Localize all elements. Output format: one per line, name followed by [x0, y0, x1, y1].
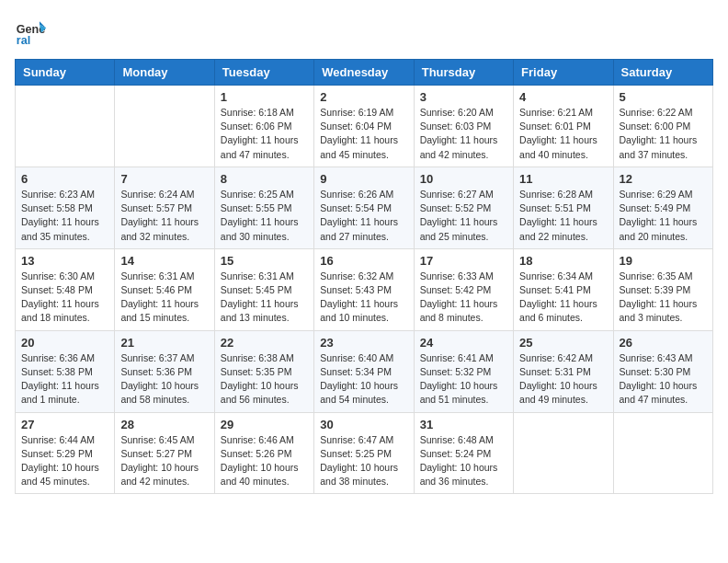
weekday-header-wednesday: Wednesday: [314, 60, 414, 86]
day-info: Sunrise: 6:36 AM Sunset: 5:38 PM Dayligh…: [21, 351, 108, 408]
day-info: Sunrise: 6:25 AM Sunset: 5:55 PM Dayligh…: [221, 188, 308, 244]
day-info: Sunrise: 6:31 AM Sunset: 5:45 PM Dayligh…: [221, 270, 308, 326]
day-number: 18: [519, 254, 607, 268]
day-number: 12: [620, 172, 707, 186]
day-number: 14: [120, 254, 208, 268]
day-number: 6: [21, 172, 108, 186]
day-number: 30: [320, 418, 407, 431]
calendar-cell: 3Sunrise: 6:20 AM Sunset: 6:03 PM Daylig…: [414, 86, 513, 167]
page-header: Gene ral: [15, 15, 713, 48]
day-number: 16: [320, 254, 407, 268]
day-number: 29: [221, 418, 308, 431]
calendar-cell: 5Sunrise: 6:22 AM Sunset: 6:00 PM Daylig…: [613, 86, 712, 167]
calendar-cell: 28Sunrise: 6:45 AM Sunset: 5:27 PM Dayli…: [115, 412, 214, 494]
logo-icon: Gene ral: [15, 15, 48, 48]
calendar-cell: 18Sunrise: 6:34 AM Sunset: 5:41 PM Dayli…: [514, 248, 613, 330]
day-number: 27: [21, 418, 108, 431]
calendar-cell: 20Sunrise: 6:36 AM Sunset: 5:38 PM Dayli…: [16, 330, 115, 412]
calendar-cell: 16Sunrise: 6:32 AM Sunset: 5:43 PM Dayli…: [314, 248, 414, 330]
weekday-header-saturday: Saturday: [613, 60, 712, 86]
weekday-header-sunday: Sunday: [16, 60, 115, 86]
calendar-cell: 13Sunrise: 6:30 AM Sunset: 5:48 PM Dayli…: [16, 248, 115, 330]
calendar-cell: 9Sunrise: 6:26 AM Sunset: 5:54 PM Daylig…: [314, 167, 414, 248]
day-number: 21: [120, 336, 208, 350]
calendar-cell: 15Sunrise: 6:31 AM Sunset: 5:45 PM Dayli…: [214, 248, 313, 330]
day-info: Sunrise: 6:46 AM Sunset: 5:26 PM Dayligh…: [221, 433, 308, 489]
day-info: Sunrise: 6:29 AM Sunset: 5:49 PM Dayligh…: [620, 188, 707, 244]
calendar-cell: 1Sunrise: 6:18 AM Sunset: 6:06 PM Daylig…: [214, 86, 313, 167]
calendar-cell: 4Sunrise: 6:21 AM Sunset: 6:01 PM Daylig…: [514, 86, 613, 167]
day-info: Sunrise: 6:18 AM Sunset: 6:06 PM Dayligh…: [221, 106, 308, 162]
calendar-cell: 21Sunrise: 6:37 AM Sunset: 5:36 PM Dayli…: [115, 330, 214, 412]
day-number: 13: [21, 254, 108, 268]
day-number: 8: [221, 172, 308, 186]
calendar-cell: [115, 86, 214, 167]
day-info: Sunrise: 6:33 AM Sunset: 5:42 PM Dayligh…: [420, 270, 507, 326]
day-info: Sunrise: 6:45 AM Sunset: 5:27 PM Dayligh…: [120, 433, 208, 489]
calendar-cell: [514, 412, 613, 494]
day-info: Sunrise: 6:20 AM Sunset: 6:03 PM Dayligh…: [420, 106, 507, 162]
day-info: Sunrise: 6:30 AM Sunset: 5:48 PM Dayligh…: [21, 270, 108, 326]
calendar-cell: 26Sunrise: 6:43 AM Sunset: 5:30 PM Dayli…: [613, 330, 712, 412]
day-number: 26: [620, 336, 707, 350]
day-number: 3: [420, 90, 507, 104]
weekday-header-friday: Friday: [514, 60, 613, 86]
day-number: 19: [620, 254, 707, 268]
day-number: 1: [221, 90, 308, 104]
calendar-cell: 14Sunrise: 6:31 AM Sunset: 5:46 PM Dayli…: [115, 248, 214, 330]
calendar-cell: 29Sunrise: 6:46 AM Sunset: 5:26 PM Dayli…: [214, 412, 313, 494]
day-info: Sunrise: 6:42 AM Sunset: 5:31 PM Dayligh…: [519, 351, 607, 408]
calendar-cell: 8Sunrise: 6:25 AM Sunset: 5:55 PM Daylig…: [214, 167, 313, 248]
day-info: Sunrise: 6:40 AM Sunset: 5:34 PM Dayligh…: [320, 351, 407, 408]
calendar-cell: 19Sunrise: 6:35 AM Sunset: 5:39 PM Dayli…: [613, 248, 712, 330]
day-number: 9: [320, 172, 407, 186]
calendar-cell: 31Sunrise: 6:48 AM Sunset: 5:24 PM Dayli…: [414, 412, 513, 494]
day-info: Sunrise: 6:37 AM Sunset: 5:36 PM Dayligh…: [120, 351, 208, 408]
day-number: 11: [519, 172, 607, 186]
calendar-table: SundayMondayTuesdayWednesdayThursdayFrid…: [15, 59, 713, 494]
day-number: 25: [519, 336, 607, 350]
day-info: Sunrise: 6:27 AM Sunset: 5:52 PM Dayligh…: [420, 188, 507, 244]
day-number: 22: [221, 336, 308, 350]
day-info: Sunrise: 6:43 AM Sunset: 5:30 PM Dayligh…: [620, 351, 707, 408]
day-info: Sunrise: 6:21 AM Sunset: 6:01 PM Dayligh…: [519, 106, 607, 162]
day-number: 7: [120, 172, 208, 186]
day-number: 24: [420, 336, 507, 350]
day-info: Sunrise: 6:47 AM Sunset: 5:25 PM Dayligh…: [320, 433, 407, 489]
calendar-cell: [16, 86, 115, 167]
day-info: Sunrise: 6:32 AM Sunset: 5:43 PM Dayligh…: [320, 270, 407, 326]
calendar-cell: [613, 412, 712, 494]
day-info: Sunrise: 6:34 AM Sunset: 5:41 PM Dayligh…: [519, 270, 607, 326]
day-info: Sunrise: 6:19 AM Sunset: 6:04 PM Dayligh…: [320, 106, 407, 162]
day-number: 17: [420, 254, 507, 268]
day-number: 5: [620, 90, 707, 104]
calendar-cell: 12Sunrise: 6:29 AM Sunset: 5:49 PM Dayli…: [613, 167, 712, 248]
calendar-cell: 17Sunrise: 6:33 AM Sunset: 5:42 PM Dayli…: [414, 248, 513, 330]
day-info: Sunrise: 6:44 AM Sunset: 5:29 PM Dayligh…: [21, 433, 108, 489]
day-number: 15: [221, 254, 308, 268]
day-number: 2: [320, 90, 407, 104]
calendar-cell: 11Sunrise: 6:28 AM Sunset: 5:51 PM Dayli…: [514, 167, 613, 248]
day-number: 31: [420, 418, 507, 431]
svg-text:ral: ral: [17, 34, 30, 47]
weekday-header-thursday: Thursday: [414, 60, 513, 86]
calendar-cell: 7Sunrise: 6:24 AM Sunset: 5:57 PM Daylig…: [115, 167, 214, 248]
day-number: 4: [519, 90, 607, 104]
calendar-cell: 27Sunrise: 6:44 AM Sunset: 5:29 PM Dayli…: [16, 412, 115, 494]
calendar-cell: 24Sunrise: 6:41 AM Sunset: 5:32 PM Dayli…: [414, 330, 513, 412]
day-info: Sunrise: 6:22 AM Sunset: 6:00 PM Dayligh…: [620, 106, 707, 162]
calendar-cell: 22Sunrise: 6:38 AM Sunset: 5:35 PM Dayli…: [214, 330, 313, 412]
day-info: Sunrise: 6:41 AM Sunset: 5:32 PM Dayligh…: [420, 351, 507, 408]
day-info: Sunrise: 6:24 AM Sunset: 5:57 PM Dayligh…: [120, 188, 208, 244]
day-number: 20: [21, 336, 108, 350]
calendar-cell: 2Sunrise: 6:19 AM Sunset: 6:04 PM Daylig…: [314, 86, 414, 167]
day-info: Sunrise: 6:28 AM Sunset: 5:51 PM Dayligh…: [519, 188, 607, 244]
calendar-cell: 25Sunrise: 6:42 AM Sunset: 5:31 PM Dayli…: [514, 330, 613, 412]
calendar-cell: 23Sunrise: 6:40 AM Sunset: 5:34 PM Dayli…: [314, 330, 414, 412]
day-info: Sunrise: 6:26 AM Sunset: 5:54 PM Dayligh…: [320, 188, 407, 244]
day-number: 28: [120, 418, 208, 431]
calendar-cell: 30Sunrise: 6:47 AM Sunset: 5:25 PM Dayli…: [314, 412, 414, 494]
day-info: Sunrise: 6:38 AM Sunset: 5:35 PM Dayligh…: [221, 351, 308, 408]
day-info: Sunrise: 6:35 AM Sunset: 5:39 PM Dayligh…: [620, 270, 707, 326]
calendar-cell: 10Sunrise: 6:27 AM Sunset: 5:52 PM Dayli…: [414, 167, 513, 248]
